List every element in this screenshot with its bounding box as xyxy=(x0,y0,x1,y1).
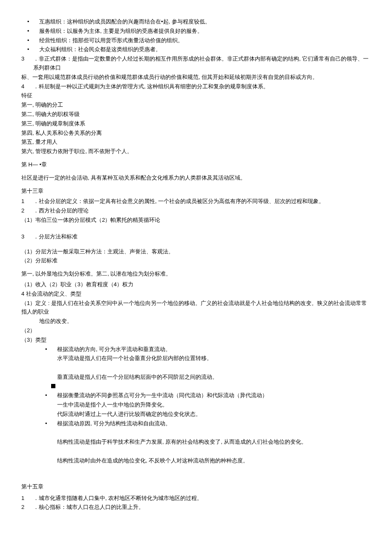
type-bullet: • 根据流动原因, 可分为结构性流动和自由流动。 xyxy=(21,419,371,428)
item-text: ．科层制是一种以正式规则为主体的管理方式, 这种组织具有细密的分工和复杂的规章制… xyxy=(33,82,371,91)
feature-line: 第三, 明确的规章制度体系 xyxy=(21,119,371,128)
type-sub-blank xyxy=(21,363,371,372)
type-sub: 结构性流动时由外在造成的地位变化, 不反映个人对这种流动所抱的种种态度。 xyxy=(21,456,371,465)
bullet-item: • 服务组织：以服务为主体, 主要是为组织的受惠者提供良好的服务。 xyxy=(21,27,371,36)
bullet-text: 经营性组织：指那些可以用货币形式衡量活动价值的组织。 xyxy=(39,36,371,45)
item-number: 4 xyxy=(21,82,33,91)
item-number: 2 xyxy=(21,503,33,512)
bullet-text: 根据流动原因, 可分为结构性流动和自由流动。 xyxy=(57,419,371,428)
bullet-text: 大众福利组织：社会民众都是这类组织的受惠者。 xyxy=(39,45,371,54)
type-sub-blank xyxy=(21,447,371,456)
item-number: 2 xyxy=(21,206,33,215)
bullet-marker: • xyxy=(21,17,39,26)
ch15-item-1: 1 ．城市化通常指随着人口集中, 农村地区不断转化为城市地区的过程。 xyxy=(21,494,371,503)
item-text: ．社会分层的定义：依据一定具有社会意义的属性, 一个社会的成员被区分为高低有序的… xyxy=(33,197,371,206)
bullet-item: • 互惠组织：这种组织的成员因配合的兴趣而结合在•起, 参与程度较低。 xyxy=(21,17,371,26)
bullet-text: 互惠组织：这种组织的成员因配合的兴趣而结合在•起, 参与程度较低。 xyxy=(39,17,371,26)
ch13-item-3: 3 ．分层方法和标准 xyxy=(21,232,371,241)
ch13-item-4-def-cont: 地位的改变。 xyxy=(21,317,371,326)
bullet-marker: • xyxy=(21,36,39,45)
bullet-text: 根据流动的方向, 可分为水平流动和垂直流动。 xyxy=(57,345,371,354)
ch13-item-4-3: （3）类型 xyxy=(21,336,371,345)
item-3-continuation: 标、一套用以规范群体成员行动的价值和规范群体成员行动的价值和规范, 但其开始和延… xyxy=(21,73,371,82)
bullet-item: • 大众福利组织：社会民众都是这类组织的受惠者。 xyxy=(21,45,371,54)
ch15-item-2: 2 ．核心指标：城市人口在总人口的比重上升。 xyxy=(21,503,371,512)
feature-line: 第四, 私人关系和公务关系的分离 xyxy=(21,129,371,138)
ch13-body1: 第一, 以外显地位为划分标准。第二, 以潜在地位为划分标准。 xyxy=(21,270,371,279)
feature-line: 第六, 管理权力依附于职位, 而不依附于个人。 xyxy=(21,147,371,156)
feature-line: 第一, 明确的分工 xyxy=(21,101,371,110)
ch13-item-4-2: （2） xyxy=(21,326,371,335)
bullet-item: • 经营性组织：指那些可以用货币形式衡量活动价值的组织。 xyxy=(21,36,371,45)
type-sub: 水平流动是指人们在同一个社会垂直分化阶层内部的位置转移。 xyxy=(21,354,371,363)
bullet-marker: • xyxy=(21,27,39,36)
ch13-item-4-line: 4 社会流动的定义、类型 xyxy=(21,290,371,299)
chapter-h-text: 社区是进行一定的社会活动, 具有某种互动关系和配合文化维系力的人类群体及其活动区… xyxy=(21,174,371,183)
square-marker xyxy=(21,382,371,391)
bullet-marker: • xyxy=(39,345,57,354)
type-sub-blank xyxy=(21,429,371,438)
bullet-text: 服务组织：以服务为主体, 主要是为组织的受惠者提供良好的服务。 xyxy=(39,27,371,36)
ch13-item-2: 2 ．西方社会分层的理论 xyxy=(21,206,371,215)
item-text: ．西方社会分层的理论 xyxy=(33,206,371,215)
feature-line: 第二, 明确大的职权等级 xyxy=(21,110,371,119)
item-text: ．城市化通常指随着人口集中, 农村地区不断转化为城市地区的过程。 xyxy=(33,494,371,503)
type-bullet: • 根据衡量流动的不同参照基点可分为一生中流动（同代流动）和代际流动（异代流动） xyxy=(21,391,371,400)
item-number: 1 xyxy=(21,494,33,503)
item-number: 3 xyxy=(21,55,33,73)
item-number: 1 xyxy=(21,197,33,206)
ch13-item-4-def: （1）定义 : 是指人们在社会关系空间中从一个地位向另一个地位的移动。广义的社会… xyxy=(21,299,371,317)
bullet-text: 根据衡量流动的不同参照基点可分为一生中流动（同代流动）和代际流动（异代流动） xyxy=(57,391,371,400)
item-text: ．分层方法和标准 xyxy=(33,232,371,241)
bullet-marker: • xyxy=(39,391,57,400)
chapter-15-title: 第十五章 xyxy=(21,482,371,491)
bullet-marker: • xyxy=(21,45,39,54)
item-text: ．核心指标：城市人口在总人口的比重上升。 xyxy=(33,503,371,512)
type-sub: 代际流动时通过上一代人进行比较而确定的地位变化状态。 xyxy=(21,410,371,419)
chapter-13-title: 第十三章 xyxy=(21,187,371,196)
ch13-item-2-sub: （1）韦伯三位一体的分层模式（2）帕累托的精英循环论 xyxy=(21,216,371,225)
ch13-item-3-sub1: （1）分层方法一般采取三种方法：主观法、声誉法、客观法。 xyxy=(21,247,371,256)
features-label: 特征 xyxy=(21,91,371,100)
chapter-h-title: 第 H— •章 xyxy=(21,160,371,169)
list-item-4: 4 ．科层制是一种以正式规则为主体的管理方式, 这种组织具有细密的分工和复杂的规… xyxy=(21,82,371,91)
type-sub: 结构性流动是指由于科学技术和生产力发展, 原有的社会结构改变了, 从而造成的人们… xyxy=(21,438,371,447)
item-text: ．非正式群体：是指由一定数量的个人经过长期的相互作用所形成的社会群体。非正式群体… xyxy=(33,55,371,73)
item-number: 3 xyxy=(21,232,33,241)
bullet-marker: • xyxy=(39,419,57,428)
type-bullet: • 根据流动的方向, 可分为水平流动和垂直流动。 xyxy=(21,345,371,354)
ch13-item-3-sub2: （2）分层标准 xyxy=(21,256,371,265)
feature-line: 第五, 量才用人 xyxy=(21,138,371,147)
type-sub: 一生中流动是指个人一生中地位的升降变化。 xyxy=(21,401,371,410)
type-sub: 垂直流动是指人们在一个分层结构层面中的不同阶层之间的流动。 xyxy=(21,373,371,382)
ch13-item-1: 1 ．社会分层的定义：依据一定具有社会意义的属性, 一个社会的成员被区分为高低有… xyxy=(21,197,371,206)
ch13-body2: （1）收入（2）职业（3）教育程度（4）权力 xyxy=(21,280,371,289)
list-item-3: 3 ．非正式群体：是指由一定数量的个人经过长期的相互作用所形成的社会群体。非正式… xyxy=(21,55,371,73)
